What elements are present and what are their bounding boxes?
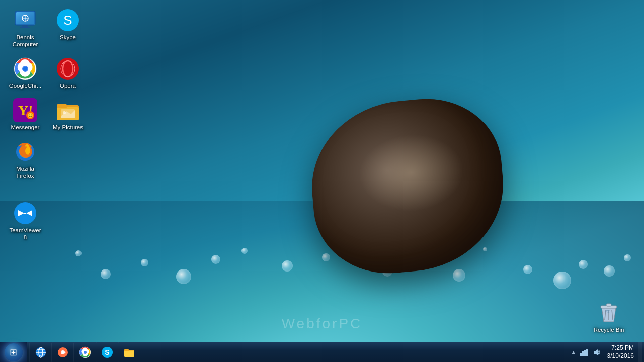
water-drop	[604, 265, 615, 277]
svg-text:😊: 😊	[27, 112, 34, 119]
desktop: WebforPC	[0, 0, 644, 362]
icon-opera[interactable]: Opera	[48, 54, 88, 93]
system-clock[interactable]: 7:25 PM 3/10/2016	[603, 342, 638, 363]
water-drop	[523, 265, 532, 274]
bennis-computer-icon	[13, 8, 37, 32]
chrome-label: GoogleChr...	[9, 83, 42, 90]
svg-rect-53	[580, 353, 582, 356]
water-drop	[624, 254, 631, 261]
svg-marker-57	[594, 349, 598, 355]
tray-expand-button[interactable]: ▲	[570, 349, 577, 355]
water-drop	[322, 253, 330, 261]
water-drop	[176, 269, 191, 284]
water-drop	[101, 269, 111, 279]
svg-point-13	[23, 67, 27, 71]
icon-bennis-computer[interactable]: Bennis Computer	[5, 5, 45, 51]
taskbar-right: ▲ 7:25 PM 3/10/2016	[568, 342, 644, 363]
water-drop	[453, 269, 465, 282]
svg-rect-56	[586, 349, 588, 356]
tray-icon-network[interactable]	[577, 342, 590, 363]
svg-point-47	[84, 351, 87, 354]
messenger-icon: Y! 😊	[13, 98, 37, 122]
teamviewer-icon	[13, 201, 37, 225]
desktop-icons-container: Bennis Computer S Skype	[0, 0, 93, 249]
firefox-label: Mozilla Firefox	[7, 166, 43, 180]
icon-teamviewer[interactable]: TeamViewer 8	[5, 198, 45, 244]
clock-date: 3/10/2016	[607, 352, 634, 360]
skype-label: Skype	[60, 34, 76, 41]
taskbar-icon-file-explorer[interactable]	[118, 342, 140, 363]
my-pictures-icon	[56, 98, 80, 122]
svg-rect-54	[582, 351, 584, 356]
skype-icon: S	[56, 8, 80, 32]
watermark: WebforPC	[282, 316, 363, 332]
icon-recycle-bin[interactable]: Recycle Bin	[589, 298, 629, 337]
svg-rect-52	[124, 349, 129, 351]
water-drop	[483, 247, 487, 251]
bennis-computer-label: Bennis Computer	[7, 34, 43, 48]
icon-chrome[interactable]: GoogleChr...	[5, 54, 45, 93]
firefox-icon	[13, 140, 37, 164]
clock-time: 7:25 PM	[611, 344, 634, 352]
water-drop	[579, 260, 588, 269]
teamviewer-label: TeamViewer 8	[7, 227, 43, 241]
icon-row-spacer	[5, 186, 88, 196]
recycle-bin-label: Recycle Bin	[594, 327, 624, 334]
water-drop	[211, 255, 220, 264]
taskbar-icon-media-player[interactable]	[51, 342, 73, 363]
taskbar: S ▲	[0, 342, 644, 362]
water-drop	[242, 248, 248, 254]
icon-my-pictures[interactable]: My Pictures	[48, 95, 88, 134]
taskbar-icon-skype[interactable]: S	[96, 342, 118, 363]
icon-row-1: GoogleChr... Opera	[5, 54, 88, 93]
stone-decoration	[305, 93, 510, 280]
taskbar-icon-chrome[interactable]	[73, 342, 96, 363]
chrome-icon	[13, 57, 37, 81]
start-button[interactable]	[0, 342, 27, 363]
opera-label: Opera	[60, 83, 76, 90]
icon-firefox[interactable]: Mozilla Firefox	[5, 137, 45, 183]
start-orb	[5, 343, 23, 361]
show-desktop-button[interactable]	[638, 342, 642, 363]
water-drop	[282, 260, 293, 272]
svg-rect-4	[20, 27, 30, 28]
taskbar-pinned-icons: S	[27, 342, 142, 363]
recycle-bin-icon	[597, 301, 621, 325]
icon-row-3: Mozilla Firefox	[5, 137, 88, 183]
icon-row-2: Y! 😊 Messenger	[5, 95, 88, 134]
icon-row-0: Bennis Computer S Skype	[5, 5, 88, 51]
icon-skype[interactable]: S Skype	[48, 5, 88, 51]
my-pictures-label: My Pictures	[53, 124, 83, 131]
svg-text:S: S	[63, 13, 72, 28]
svg-rect-55	[584, 350, 586, 356]
svg-text:S: S	[105, 348, 109, 356]
svg-rect-51	[124, 351, 134, 357]
water-drop	[553, 272, 571, 289]
messenger-label: Messenger	[11, 124, 40, 131]
tray-icon-volume[interactable]	[590, 342, 603, 363]
opera-icon	[56, 57, 80, 81]
icon-messenger[interactable]: Y! 😊 Messenger	[5, 95, 45, 134]
water-drop	[141, 259, 148, 266]
taskbar-icon-ie[interactable]	[29, 342, 51, 363]
icon-row-4: TeamViewer 8	[5, 198, 88, 244]
water-drop	[75, 250, 82, 256]
svg-rect-35	[606, 304, 611, 306]
svg-rect-23	[57, 104, 67, 108]
